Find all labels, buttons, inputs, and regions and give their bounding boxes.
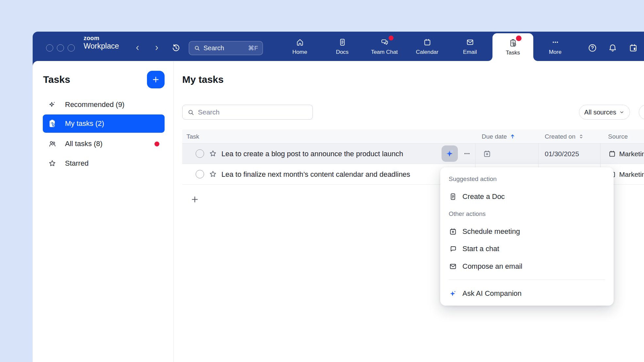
- global-search[interactable]: Search ⌘F: [189, 41, 263, 55]
- today-calendar-button[interactable]: [627, 42, 639, 54]
- add-task-button[interactable]: [147, 71, 165, 88]
- ai-sparkle-icon: [445, 149, 455, 158]
- search-shortcut: ⌘F: [248, 44, 258, 52]
- nav-item-label: Email: [463, 49, 477, 55]
- nav-item-email[interactable]: Email: [452, 36, 488, 58]
- menu-item-start-chat[interactable]: Start a chat: [440, 240, 614, 258]
- menu-item-schedule-meeting[interactable]: Schedule meeting: [440, 223, 614, 240]
- chevron-right-icon: [153, 44, 160, 52]
- search-icon: [194, 45, 201, 52]
- menu-item-label: Compose an email: [462, 262, 522, 271]
- help-button[interactable]: [586, 42, 599, 54]
- task-title: Lea to create a blog post to announce th…: [221, 143, 403, 164]
- sources-filter-label: All sources: [584, 109, 616, 116]
- team-chat-icon: [380, 38, 389, 47]
- forward-button[interactable]: [152, 43, 162, 53]
- add-task-inline-button[interactable]: [189, 193, 201, 205]
- nav-item-more[interactable]: More: [537, 36, 573, 58]
- brand-logo: zoom Workplace: [84, 35, 119, 50]
- sidebar-item-my-tasks[interactable]: My tasks (2): [43, 114, 165, 133]
- column-header-due-date[interactable]: Due date: [482, 129, 516, 143]
- calendar-plus-icon: [449, 227, 457, 236]
- plus-icon: [152, 75, 160, 84]
- nav-item-label: Team Chat: [371, 49, 398, 55]
- task-row[interactable]: Lea to create a blog post to announce th…: [182, 143, 644, 164]
- source-value: Marketing: [619, 164, 644, 185]
- menu-item-label: Schedule meeting: [462, 227, 520, 236]
- sidebar-item-recommended[interactable]: Recommended (9): [43, 96, 165, 114]
- nav-item-team-chat[interactable]: Team Chat: [366, 36, 402, 58]
- task-title: Lea to finalize next month’s content cal…: [221, 164, 410, 185]
- star-icon: [48, 159, 57, 168]
- window-close-button[interactable]: [46, 44, 53, 52]
- column-header-created-on[interactable]: Created on: [545, 129, 584, 143]
- notifications-button[interactable]: [606, 42, 619, 54]
- docs-icon: [338, 38, 347, 47]
- search-icon: [187, 109, 195, 116]
- nav-item-label: Calendar: [416, 49, 439, 55]
- all-tasks-badge: [154, 142, 159, 146]
- menu-item-label: Create a Doc: [462, 192, 505, 201]
- tasks-badge: [516, 36, 522, 41]
- team-chat-badge: [389, 36, 394, 40]
- sources-filter-dropdown[interactable]: All sources: [579, 105, 630, 120]
- more-dots-icon: [551, 38, 560, 47]
- nav-item-docs[interactable]: Docs: [324, 36, 360, 58]
- brand-zoom-text: zoom: [84, 35, 119, 41]
- row-more-button[interactable]: [460, 148, 474, 159]
- calendar-icon: [423, 38, 432, 47]
- history-button[interactable]: [170, 42, 182, 54]
- menu-item-create-doc[interactable]: Create a Doc: [440, 188, 614, 205]
- my-tasks-icon: [48, 119, 57, 128]
- column-header-task[interactable]: Task: [186, 129, 199, 143]
- window-zoom-button[interactable]: [68, 44, 75, 52]
- nav-item-label: Home: [292, 49, 307, 55]
- nav-tab-tasks-active[interactable]: Tasks: [492, 33, 533, 61]
- more-dots-icon: [463, 149, 471, 158]
- source-value: Marketing: [619, 143, 644, 164]
- sidebar-item-label: Recommended (9): [65, 100, 124, 109]
- help-icon: [588, 43, 597, 53]
- back-button[interactable]: [132, 43, 143, 53]
- task-search-input[interactable]: [198, 108, 308, 116]
- doc-icon: [449, 192, 457, 201]
- menu-section-label: Suggested action: [449, 175, 497, 183]
- email-icon: [449, 262, 457, 271]
- email-icon: [466, 38, 475, 47]
- plus-icon: [190, 195, 199, 204]
- chevron-left-icon: [134, 44, 141, 52]
- column-header-source[interactable]: Source: [608, 129, 628, 143]
- brand-workplace-text: Workplace: [84, 42, 119, 50]
- chat-bubble-icon: [449, 245, 457, 253]
- task-search[interactable]: [182, 105, 313, 120]
- sidebar-item-all-tasks[interactable]: All tasks (8): [43, 135, 165, 153]
- nav-tab-label: Tasks: [506, 50, 520, 56]
- bell-icon: [608, 43, 618, 53]
- menu-item-ask-ai-companion[interactable]: Ask AI Companion: [440, 285, 614, 302]
- sidebar-divider: [173, 61, 174, 362]
- nav-item-label: More: [549, 49, 562, 55]
- star-icon: [208, 170, 217, 179]
- created-on-value: 01/30/2025: [545, 143, 579, 164]
- star-toggle[interactable]: [208, 170, 217, 179]
- ai-sparkle-icon: [449, 289, 457, 298]
- history-icon: [171, 43, 181, 53]
- menu-item-label: Start a chat: [462, 245, 499, 253]
- star-toggle[interactable]: [208, 149, 217, 158]
- ai-companion-button[interactable]: [442, 145, 458, 162]
- nav-item-home[interactable]: Home: [282, 36, 318, 58]
- sort-both-icon: [578, 133, 584, 140]
- task-checkbox[interactable]: [196, 170, 204, 178]
- sort-ascending-icon: [509, 133, 516, 140]
- task-checkbox[interactable]: [196, 149, 204, 158]
- table-header: Task Due date Created on Source: [182, 129, 644, 143]
- set-due-date-button[interactable]: [483, 149, 491, 158]
- nav-item-calendar[interactable]: Calendar: [409, 36, 445, 58]
- sidebar-item-label: Starred: [65, 159, 89, 168]
- star-icon: [208, 149, 217, 158]
- window-minimize-button[interactable]: [57, 44, 64, 52]
- home-icon: [296, 38, 304, 47]
- sidebar-item-starred[interactable]: Starred: [43, 154, 165, 173]
- menu-item-compose-email[interactable]: Compose an email: [440, 258, 614, 275]
- calendar-today-icon: [628, 43, 638, 53]
